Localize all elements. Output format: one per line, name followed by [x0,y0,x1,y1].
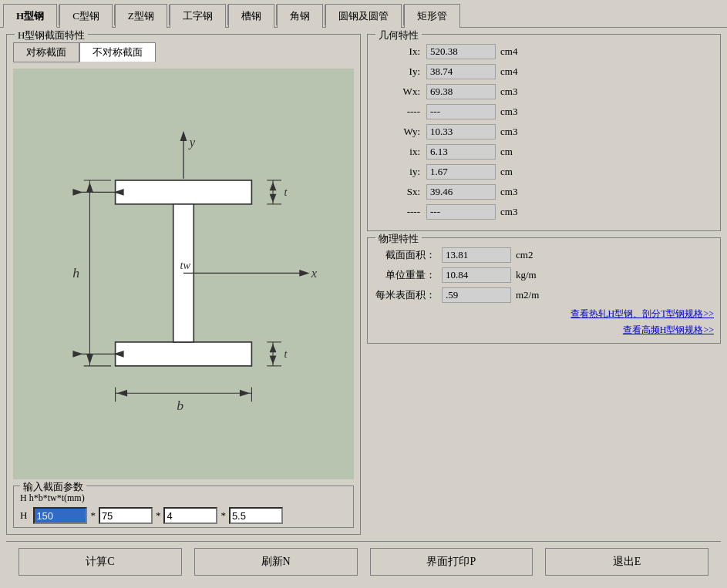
prop-unit-sx: cm3 [500,186,523,198]
prop-label-wy: Wy: [374,126,420,138]
svg-text:h: h [72,265,79,281]
prop-value-ix2: 6.13 [426,144,496,160]
phys-panel: 物理特性 截面面积： 13.81 cm2 单位重量： 10.84 kg/m 每米… [367,237,721,344]
tab-angle-steel[interactable]: 角钢 [277,4,323,28]
link-hot-rolled[interactable]: 查看热轧H型钢、剖分T型钢规格>> [570,307,714,321]
svg-text:x: x [311,266,318,281]
prop-row-iy: Iy: 38.74 cm4 [374,64,714,79]
content-area: H型钢截面特性 对称截面 不对称截面 [0,28,727,588]
tab-bar: H型钢 C型钢 Z型钢 工字钢 槽钢 角钢 圆钢及圆管 矩形管 [0,0,727,28]
input-section: 输入截面参数 H h*b*tw*t(mm) H * * * [13,486,354,528]
h-steel-diagram: y x h [13,69,354,479]
prop-unit-ix: cm4 [500,45,523,58]
multiply-3: * [220,509,226,522]
prop-row-ix2: ix: 6.13 cm [374,144,714,160]
main-window: H型钢 C型钢 Z型钢 工字钢 槽钢 角钢 圆钢及圆管 矩形管 H型钢截面特性 … [0,0,727,588]
prop-label-sx: Sx: [374,186,420,198]
prop-label-ix2: ix: [374,146,420,158]
svg-text:b: b [177,398,183,413]
tab-worker-steel[interactable]: 工字钢 [170,4,226,28]
phys-value-area: 13.81 [442,247,511,263]
phys-row-weight: 单位重量： 10.84 kg/m [374,267,714,283]
prop-unit-iy: cm4 [500,66,523,78]
link-row-1: 查看热轧H型钢、剖分T型钢规格>> [374,307,714,321]
phys-unit-surface: m2/m [516,289,547,301]
phys-row-area: 截面面积： 13.81 cm2 [374,247,714,263]
geo-panel: 几何特性 Ix: 520.38 cm4 Iy: 38.74 cm4 Wx: 69… [367,34,721,231]
input-prefix: H [20,509,27,522]
phys-value-surface: .59 [442,287,511,303]
main-row: H型钢截面特性 对称截面 不对称截面 [6,34,721,535]
tab-asymmetric[interactable]: 不对称截面 [79,42,156,62]
right-panel: 几何特性 Ix: 520.38 cm4 Iy: 38.74 cm4 Wx: 69… [367,34,721,535]
prop-row-dash2: ---- --- cm3 [374,204,714,220]
prop-value-ix: 520.38 [426,44,496,59]
prop-unit-ix2: cm [500,146,523,158]
prop-row-wx: Wx: 69.38 cm3 [374,84,714,99]
prop-label-wx: Wx: [374,86,420,98]
prop-unit-wy: cm3 [500,126,523,138]
svg-rect-2 [116,342,252,366]
prop-value-wy: 10.33 [426,124,496,139]
prop-label-ix: Ix: [374,45,420,58]
tab-z-steel[interactable]: Z型钢 [115,4,167,28]
tab-h-steel[interactable]: H型钢 [3,4,57,28]
input-label: H h*b*tw*t(mm) [20,492,347,504]
input-section-legend: 输入截面参数 [20,480,86,494]
phys-label-surface: 每米表面积： [374,288,436,302]
phys-unit-area: cm2 [516,249,547,261]
h-input[interactable] [33,507,87,524]
tab-round-steel[interactable]: 圆钢及圆管 [325,4,402,28]
tab-groove-steel[interactable]: 槽钢 [228,4,274,28]
link-high-freq[interactable]: 查看高频H型钢规格>> [623,324,714,337]
prop-unit-dash2: cm3 [500,206,523,218]
phys-value-weight: 10.84 [442,267,511,283]
prop-label-dash2: ---- [374,206,420,218]
prop-unit-wx: cm3 [500,86,523,98]
prop-value-wx: 69.38 [426,84,496,99]
link-row-2: 查看高频H型钢规格>> [374,324,714,337]
phys-panel-legend: 物理特性 [375,232,422,246]
prop-row-iy2: iy: 1.67 cm [374,164,714,180]
b-input[interactable] [99,507,153,524]
calc-button[interactable]: 计算C [19,548,182,576]
prop-label-iy: Iy: [374,66,420,78]
prop-value-dash1: --- [426,104,496,119]
prop-unit-iy2: cm [500,166,523,178]
prop-row-wy: Wy: 10.33 cm3 [374,124,714,139]
svg-text:tw: tw [180,259,191,271]
prop-row-dash1: ---- --- cm3 [374,104,714,119]
prop-value-dash2: --- [426,204,496,220]
phys-label-area: 截面面积： [374,248,436,262]
svg-rect-1 [116,180,252,204]
print-button[interactable]: 界面打印P [370,548,533,576]
prop-label-iy2: iy: [374,166,420,178]
geo-panel-legend: 几何特性 [375,29,422,42]
prop-row-sx: Sx: 39.46 cm3 [374,184,714,200]
left-panel-legend: H型钢截面特性 [15,29,88,42]
prop-unit-dash1: cm3 [500,106,523,118]
prop-label-dash1: ---- [374,106,420,118]
phys-unit-weight: kg/m [516,269,547,281]
tw-input[interactable] [163,507,217,524]
svg-text:y: y [188,135,196,150]
prop-value-sx: 39.46 [426,184,496,200]
exit-button[interactable]: 退出E [545,548,708,576]
multiply-2: * [156,509,161,522]
phys-label-weight: 单位重量： [374,268,436,282]
diagram-area: y x h [13,69,354,479]
multiply-1: * [90,509,96,522]
section-tabs: 对称截面 不对称截面 [13,42,354,62]
input-fields-row: H * * * [20,507,347,524]
tab-symmetric[interactable]: 对称截面 [13,42,79,62]
prop-row-ix: Ix: 520.38 cm4 [374,44,714,59]
prop-value-iy: 38.74 [426,64,496,79]
left-panel: H型钢截面特性 对称截面 不对称截面 [6,34,361,535]
tab-rect-steel[interactable]: 矩形管 [404,4,460,28]
phys-row-surface: 每米表面积： .59 m2/m [374,287,714,303]
bottom-buttons: 计算C 刷新N 界面打印P 退出E [6,541,721,582]
prop-value-iy2: 1.67 [426,164,496,180]
t-input[interactable] [229,507,283,524]
refresh-button[interactable]: 刷新N [194,548,358,576]
tab-c-steel[interactable]: C型钢 [59,4,113,28]
